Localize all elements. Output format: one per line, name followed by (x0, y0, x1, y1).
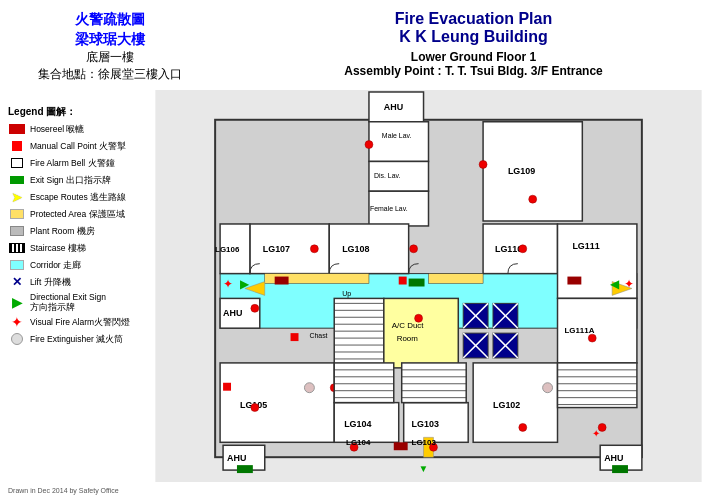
svg-point-102 (304, 383, 314, 393)
svg-text:▼: ▼ (419, 463, 429, 474)
eng-building: K K Leung Building (250, 28, 697, 46)
legend-hosereel: Hosereel 喉轆 (8, 122, 153, 136)
svg-point-73 (479, 160, 487, 168)
svg-point-103 (543, 383, 553, 393)
svg-text:AHU: AHU (384, 102, 403, 112)
legend-escape: ➤ Escape Routes 逃生路線 (8, 190, 153, 204)
svg-text:◀: ◀ (610, 277, 620, 291)
svg-point-80 (588, 334, 596, 342)
dir-exit-label: Directional Exit Sign方向指示牌 (30, 292, 106, 312)
eng-assembly: Assembly Point : T. T. Tsui Bldg. 3/F En… (250, 64, 697, 78)
svg-text:LG106: LG106 (215, 245, 240, 254)
svg-rect-39 (384, 298, 458, 367)
svg-text:AHU: AHU (604, 453, 623, 463)
vfa-label: Visual Fire Alarm火警閃燈 (30, 317, 130, 327)
svg-rect-93 (237, 465, 253, 473)
svg-rect-95 (409, 279, 425, 287)
exit-label: Exit Sign 出口指示牌 (30, 175, 111, 185)
svg-text:▶: ▶ (240, 277, 250, 291)
svg-rect-92 (394, 442, 408, 450)
protected-label: Protected Area 保護區域 (30, 209, 125, 219)
svg-text:LG110: LG110 (495, 244, 522, 254)
lift-label: Lift 升降機 (30, 277, 71, 287)
eng-floor: Lower Ground Floor 1 (250, 50, 697, 64)
vfa-icon: ✦ (8, 315, 26, 329)
svg-rect-91 (567, 277, 581, 285)
svg-text:Female Lav.: Female Lav. (370, 205, 408, 212)
legend: Legend 圖解： Hosereel 喉轆 Manual Call Point… (8, 105, 153, 349)
svg-point-74 (529, 195, 537, 203)
legend-exit: Exit Sign 出口指示牌 (8, 173, 153, 187)
hosereel-icon (8, 122, 26, 136)
svg-point-72 (365, 141, 373, 149)
legend-vfa: ✦ Visual Fire Alarm火警閃燈 (8, 315, 153, 329)
lift-icon: ✕ (8, 275, 26, 289)
svg-text:A/C Duct: A/C Duct (392, 321, 424, 330)
escape-label: Escape Routes 逃生路線 (30, 192, 126, 202)
svg-point-75 (310, 245, 318, 253)
legend-dir-exit: ▶ Directional Exit Sign方向指示牌 (8, 292, 153, 312)
staircase-icon (8, 241, 26, 255)
mcp-icon (8, 139, 26, 153)
svg-text:LG104: LG104 (344, 419, 371, 429)
svg-text:LG103: LG103 (412, 438, 437, 447)
fe-label: Fire Extinguisher 滅火筒 (30, 334, 123, 344)
svg-rect-5 (369, 122, 429, 162)
svg-rect-43 (220, 363, 334, 442)
svg-rect-27 (334, 298, 384, 367)
svg-text:Up: Up (342, 290, 351, 298)
svg-rect-68 (429, 274, 484, 284)
svg-text:LG111: LG111 (572, 241, 599, 251)
exit-icon (8, 173, 26, 187)
svg-point-84 (519, 423, 527, 431)
dir-exit-icon: ▶ (8, 295, 26, 309)
plant-label: Plant Room 機房 (30, 226, 95, 236)
legend-title: Legend 圖解： (8, 105, 153, 119)
svg-text:LG111A: LG111A (564, 326, 594, 335)
legend-lift: ✕ Lift 升降機 (8, 275, 153, 289)
staircase-label: Staircase 樓梯 (30, 243, 86, 253)
escape-icon: ➤ (8, 190, 26, 204)
svg-rect-94 (612, 465, 628, 473)
svg-text:Room: Room (397, 334, 419, 343)
drawn-by: Drawn in Dec 2014 by Safety Office (8, 487, 119, 494)
protected-icon (8, 207, 26, 221)
svg-rect-87 (291, 333, 299, 341)
fab-label: Fire Alarm Bell 火警鐘 (30, 158, 115, 168)
svg-point-76 (410, 245, 418, 253)
svg-text:AHU: AHU (227, 453, 246, 463)
svg-text:LG109: LG109 (508, 166, 535, 176)
svg-text:✦: ✦ (624, 277, 634, 291)
legend-staircase: Staircase 樓梯 (8, 241, 153, 255)
corridor-icon (8, 258, 26, 272)
svg-point-77 (519, 245, 527, 253)
svg-text:✦: ✦ (223, 277, 233, 291)
floorplan: AHU Male Lav. Dis. Lav. Female Lav. LG10… (155, 90, 702, 482)
plant-icon (8, 224, 26, 238)
chinese-title: 火警疏散圖 梁球琚大樓 (30, 10, 190, 49)
legend-plant: Plant Room 機房 (8, 224, 153, 238)
mcp-label: Manual Call Point 火警掣 (30, 141, 126, 151)
svg-rect-90 (275, 277, 289, 285)
hosereel-label: Hosereel 喉轆 (30, 124, 84, 134)
svg-text:Dis. Lav.: Dis. Lav. (374, 172, 401, 179)
svg-rect-119 (402, 363, 467, 403)
svg-text:Chast: Chast (309, 332, 327, 339)
eng-title: Fire Evacuation Plan (250, 10, 697, 28)
page: 火警疏散圖 梁球琚大樓 底層一樓 集合地點：徐展堂三樓入口 Fire Evacu… (0, 0, 707, 500)
legend-corridor: Corridor 走廊 (8, 258, 153, 272)
header-left: 火警疏散圖 梁球琚大樓 底層一樓 集合地點：徐展堂三樓入口 (30, 10, 190, 83)
svg-text:✦: ✦ (592, 428, 600, 439)
svg-text:LG102: LG102 (493, 400, 520, 410)
svg-text:LG107: LG107 (263, 244, 290, 254)
chinese-assembly: 集合地點：徐展堂三樓入口 (30, 66, 190, 83)
floorplan-svg: AHU Male Lav. Dis. Lav. Female Lav. LG10… (155, 90, 702, 482)
fab-icon (8, 156, 26, 170)
svg-rect-88 (223, 383, 231, 391)
legend-fe: Fire Extinguisher 滅火筒 (8, 332, 153, 346)
svg-text:Male Lav.: Male Lav. (382, 132, 412, 139)
svg-rect-113 (334, 363, 394, 403)
legend-fab: Fire Alarm Bell 火警鐘 (8, 156, 153, 170)
header-right: Fire Evacuation Plan K K Leung Building … (250, 10, 697, 78)
legend-protected: Protected Area 保護區域 (8, 207, 153, 221)
